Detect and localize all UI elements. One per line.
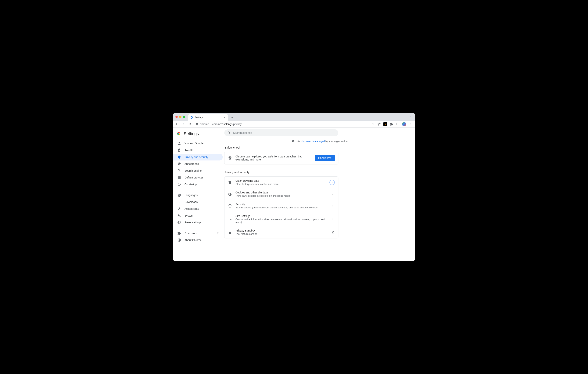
download-icon	[177, 200, 181, 204]
chrome-outline-icon	[177, 238, 181, 242]
row-title: Clear browsing data	[235, 179, 326, 182]
wrench-icon	[177, 214, 181, 217]
chrome-logo-icon	[177, 131, 181, 136]
sidebar-item-label: On startup	[185, 183, 197, 186]
share-icon[interactable]	[370, 122, 375, 126]
safety-check-card: Chrome can help keep you safe from data …	[224, 152, 338, 164]
browser-tab-settings[interactable]: Settings	[188, 114, 228, 121]
window-close-button[interactable]	[175, 116, 178, 118]
row-subtitle: Safe Browsing (protection from dangerous…	[235, 206, 327, 209]
row-cookies[interactable]: Cookies and other site data Third-party …	[224, 188, 338, 200]
tune-icon	[228, 217, 232, 221]
settings-title: Settings	[184, 131, 199, 136]
shield-check-icon	[228, 156, 232, 160]
sidebar-item-on-startup[interactable]: On startup	[173, 181, 223, 188]
sidebar-item-extensions[interactable]: Extensions	[173, 230, 223, 237]
row-security[interactable]: Security Safe Browsing (protection from …	[224, 200, 338, 212]
flask-icon	[228, 230, 232, 234]
building-icon	[292, 140, 295, 143]
settings-search[interactable]	[224, 129, 338, 136]
sidebar-item-label: Downloads	[185, 201, 198, 203]
origin-chip: Chrome	[196, 123, 209, 126]
sidebar-item-languages[interactable]: Languages	[173, 192, 223, 199]
row-subtitle: Trial features are on	[235, 233, 327, 235]
row-title: Privacy Sandbox	[235, 229, 327, 232]
svg-point-9	[178, 239, 181, 242]
chevron-right-icon	[331, 192, 335, 196]
row-subtitle: Third-party cookies are blocked in Incog…	[235, 194, 327, 197]
kebab-menu-icon[interactable]	[408, 122, 413, 126]
chevron-right-icon	[329, 180, 335, 185]
managed-link[interactable]: browser is managed	[303, 140, 325, 143]
shield-outline-icon	[228, 204, 232, 208]
sidebar-item-default-browser[interactable]: Default browser	[173, 174, 223, 181]
row-privacy-sandbox[interactable]: Privacy Sandbox Trial features are on	[224, 226, 338, 238]
svg-point-10	[179, 239, 180, 241]
managed-text: Your browser is managed by your organiza…	[297, 140, 348, 143]
sidebar-item-label: Privacy and security	[185, 156, 208, 159]
sidebar-item-you-and-google[interactable]: You and Google	[173, 140, 223, 147]
sidebar-footer-group: Extensions About Chrome	[173, 229, 224, 244]
sidebar-item-label: Accessibility	[185, 207, 199, 210]
back-button[interactable]	[174, 121, 179, 127]
sidebar-item-reset-settings[interactable]: Reset settings	[173, 219, 223, 226]
tab-close-button[interactable]	[223, 116, 226, 119]
row-title: Cookies and other site data	[235, 191, 327, 194]
settings-brand: Settings	[173, 130, 224, 139]
reload-button[interactable]	[187, 121, 192, 127]
chevron-right-icon	[331, 217, 335, 221]
side-panel-icon[interactable]	[396, 122, 400, 126]
sidebar-item-search-engine[interactable]: Search engine	[173, 167, 223, 174]
sidebar-item-autofill[interactable]: Autofill	[173, 147, 223, 154]
window-controls	[175, 116, 185, 118]
check-now-button[interactable]: Check now	[315, 155, 335, 161]
sidebar-primary-group: You and Google Autofill Privacy and secu…	[173, 139, 224, 189]
browser-window-icon	[177, 176, 181, 179]
sidebar-item-appearance[interactable]: Appearance	[173, 160, 223, 167]
chevron-right-icon	[331, 204, 335, 208]
row-subtitle: Clear history, cookies, cache, and more	[235, 183, 326, 185]
sidebar-item-system[interactable]: System	[173, 212, 223, 219]
sidebar-item-about-chrome[interactable]: About Chrome	[173, 237, 223, 244]
tab-title: Settings	[195, 116, 203, 119]
window-minimize-button[interactable]	[179, 116, 181, 118]
sidebar-item-label: Appearance	[185, 162, 199, 165]
profile-avatar[interactable]	[402, 122, 406, 126]
row-site-settings[interactable]: Site Settings Controls what information …	[224, 212, 338, 226]
palette-icon	[177, 162, 181, 166]
section-title: Safety check	[225, 146, 338, 149]
cookie-icon	[228, 192, 232, 196]
sidebar-item-label: You and Google	[185, 142, 203, 145]
settings-sidebar: Settings You and Google Autofill Privacy…	[173, 128, 224, 261]
row-clear-browsing-data[interactable]: Clear browsing data Clear history, cooki…	[224, 177, 338, 188]
globe-icon	[177, 193, 181, 197]
new-tab-button[interactable]	[230, 115, 235, 120]
tabs-dropdown-button[interactable]	[409, 115, 412, 118]
sidebar-item-accessibility[interactable]: Accessibility	[173, 205, 223, 212]
extensions-puzzle-icon[interactable]	[389, 122, 394, 126]
window-maximize-button[interactable]	[183, 116, 185, 118]
external-link-icon	[331, 230, 335, 234]
sidebar-item-label: System	[185, 214, 193, 217]
browser-toolbar: Chrome chrome://settings/privacy k	[173, 121, 415, 128]
address-bar[interactable]: Chrome chrome://settings/privacy	[194, 121, 369, 127]
settings-search-input[interactable]	[233, 131, 335, 134]
row-title: Site Settings	[235, 214, 327, 217]
extension-k-icon[interactable]: k	[383, 122, 387, 126]
bookmark-star-icon[interactable]	[377, 122, 381, 126]
sidebar-divider	[185, 190, 221, 190]
origin-label: Chrome	[200, 123, 209, 126]
accessibility-icon	[177, 207, 181, 211]
sidebar-item-downloads[interactable]: Downloads	[173, 199, 223, 205]
chrome-icon	[196, 123, 199, 126]
settings-content: Settings You and Google Autofill Privacy…	[173, 128, 415, 261]
section-privacy-security: Privacy and security Clear browsing data…	[224, 171, 338, 238]
sidebar-item-privacy-security[interactable]: Privacy and security	[173, 154, 223, 160]
forward-button[interactable]	[181, 121, 186, 127]
trash-icon	[228, 180, 232, 184]
row-title: Security	[235, 203, 327, 206]
person-icon	[177, 141, 181, 145]
settings-main: Your browser is managed by your organiza…	[224, 128, 415, 261]
sidebar-item-label: Languages	[185, 194, 198, 197]
svg-point-2	[197, 124, 197, 124]
